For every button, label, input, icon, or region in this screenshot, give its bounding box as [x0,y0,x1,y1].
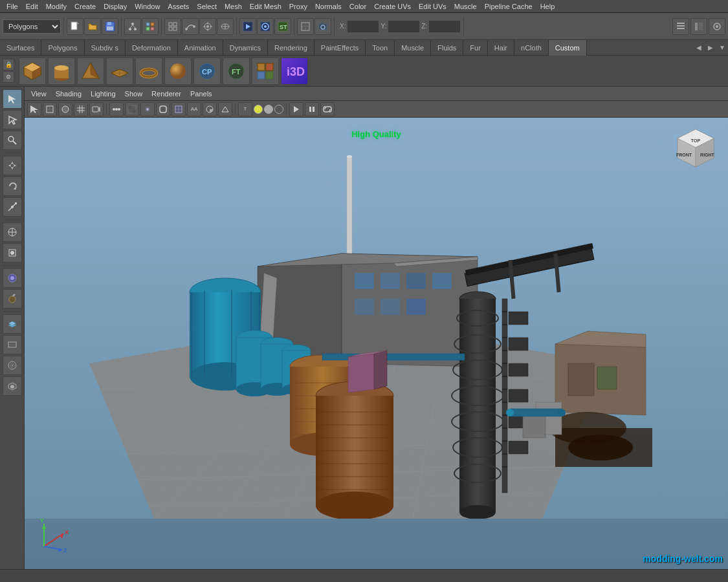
vp-wire-button[interactable] [43,102,57,116]
save-scene-button[interactable] [102,18,118,35]
vp-light-gray[interactable] [264,105,273,114]
shelf-tab-fur[interactable]: Fur [463,40,488,56]
snap-surface-button[interactable] [217,18,234,35]
shelf-icon-i3d[interactable]: i3D [281,58,308,85]
paint-select-button[interactable] [3,131,22,150]
menu-create[interactable]: Create [71,0,100,13]
vp-grid-button[interactable] [74,102,88,116]
viewport-3d[interactable]: High Quality TOP FRONT RIGHT [25,118,728,569]
open-scene-button[interactable] [84,18,101,35]
vp-menu-shading[interactable]: Shading [52,87,85,101]
menu-edit-uvs[interactable]: Edit UVs [415,0,450,13]
z-input[interactable] [428,20,461,33]
snap-grid-button[interactable] [164,18,181,35]
shelf-tab-ncloth[interactable]: nCloth [514,40,549,56]
vp-pause-button[interactable] [305,102,319,116]
shelf-icon-subdiv[interactable] [252,58,279,85]
menu-select[interactable]: Select [193,0,221,13]
vp-xray-button[interactable] [58,102,72,116]
vp-isolate-button[interactable] [140,102,155,116]
shelf-icon-polysphere[interactable] [164,58,192,85]
shelf-icon-polytorus[interactable] [135,58,162,85]
shelf-tab-surfaces[interactable]: Surfaces [0,40,41,56]
menu-create-uvs[interactable]: Create UVs [370,0,415,13]
uv-editor-button[interactable] [297,18,314,35]
shelf-tab-animation[interactable]: Animation [178,40,223,56]
layers3-button[interactable] [3,356,22,375]
shelf-tab-subdivs[interactable]: Subdiv s [85,40,126,56]
shelf-icon-polyplane[interactable] [106,58,133,85]
menu-window[interactable]: Window [131,0,164,13]
shelf-tab-deformation[interactable]: Deformation [126,40,178,56]
shelf-tab-fluids[interactable]: Fluids [431,40,463,56]
vp-aa-button[interactable]: AA [187,102,201,116]
layers4-button[interactable] [3,376,22,396]
menu-assets[interactable]: Assets [164,0,193,13]
select-by-component-button[interactable] [142,18,159,35]
soft-select-button[interactable] [3,268,22,288]
shelf-settings-button[interactable]: ⚙ [3,71,14,83]
menu-help[interactable]: Help [536,0,559,13]
vp-select-mode-button[interactable] [27,102,41,116]
paint-weights-button[interactable] [3,289,22,308]
x-input[interactable] [347,20,379,33]
vp-camera-button[interactable] [89,102,104,116]
move-tool-button[interactable] [3,156,22,175]
vp-menu-lighting[interactable]: Lighting [87,87,120,101]
shelf-icon-polycylinder[interactable] [48,58,75,85]
shelf-next-button[interactable]: ▶ [705,40,716,56]
render-settings-button[interactable]: ST [274,18,291,35]
vp-menu-view[interactable]: View [27,87,50,101]
y-input[interactable] [388,20,420,33]
show-manip-button[interactable] [3,243,22,263]
shelf-tab-painteffects[interactable]: PaintEffects [314,40,366,56]
scale-tool-button[interactable] [3,197,22,217]
vp-render-snap-button[interactable] [289,102,303,116]
shelf-tab-dynamics[interactable]: Dynamics [223,40,268,56]
menu-modify[interactable]: Modify [42,0,71,13]
tool-settings-button[interactable] [709,18,725,35]
snap-curve-button[interactable] [182,18,199,35]
new-scene-button[interactable] [67,18,83,35]
vp-link-button[interactable] [320,102,335,116]
menu-display[interactable]: Display [100,0,131,13]
shelf-tab-muscle[interactable]: Muscle [395,40,431,56]
vp-light-yellow[interactable] [254,105,263,114]
render-current-button[interactable] [239,18,256,35]
shelf-icon-ft[interactable]: FT [223,58,250,85]
shelf-menu-button[interactable]: ▼ [716,40,728,56]
menu-pipeline-cache[interactable]: Pipeline Cache [481,0,536,13]
rotate-tool-button[interactable] [3,177,22,196]
vp-menu-panels[interactable]: Panels [186,87,216,101]
mode-select[interactable]: Polygons Surfaces Dynamics Rendering nDy… [3,19,61,34]
lasso-select-button[interactable] [3,110,22,129]
vp-menu-show[interactable]: Show [121,87,147,101]
shelf-tab-hair[interactable]: Hair [488,40,514,56]
menu-edit[interactable]: Edit [22,0,42,13]
vp-hud-button[interactable] [125,102,139,116]
menu-proxy[interactable]: Proxy [285,0,311,13]
layers1-button[interactable] [3,314,22,334]
vp-backface-button[interactable] [218,102,232,116]
vp-subdiv-display-button[interactable] [156,102,170,116]
uv-snapshot-button[interactable] [314,18,331,35]
shelf-tab-rendering[interactable]: Rendering [268,40,314,56]
vp-display-all-button[interactable] [109,102,124,116]
vp-menu-renderer[interactable]: Renderer [148,87,185,101]
snap-point-button[interactable] [199,18,216,35]
menu-normals[interactable]: Normals [311,0,346,13]
select-by-hierarchy-button[interactable] [124,18,141,35]
shelf-icon-cp[interactable]: CP [193,58,221,85]
attribute-editor-button[interactable] [690,18,707,35]
ipr-render-button[interactable] [257,18,274,35]
shelf-icon-polypyramid[interactable] [77,58,104,85]
vp-tex-button[interactable]: T [238,102,252,116]
shelf-prev-button[interactable]: ◀ [693,40,705,56]
shelf-tab-toon[interactable]: Toon [366,40,395,56]
view-cube[interactable]: TOP FRONT RIGHT [670,124,722,176]
layers2-button[interactable] [3,335,22,354]
select-tool-button[interactable] [3,89,22,109]
shelf-tab-custom[interactable]: Custom [549,40,587,56]
menu-mesh[interactable]: Mesh [221,0,246,13]
universal-manip-button[interactable] [3,222,22,242]
